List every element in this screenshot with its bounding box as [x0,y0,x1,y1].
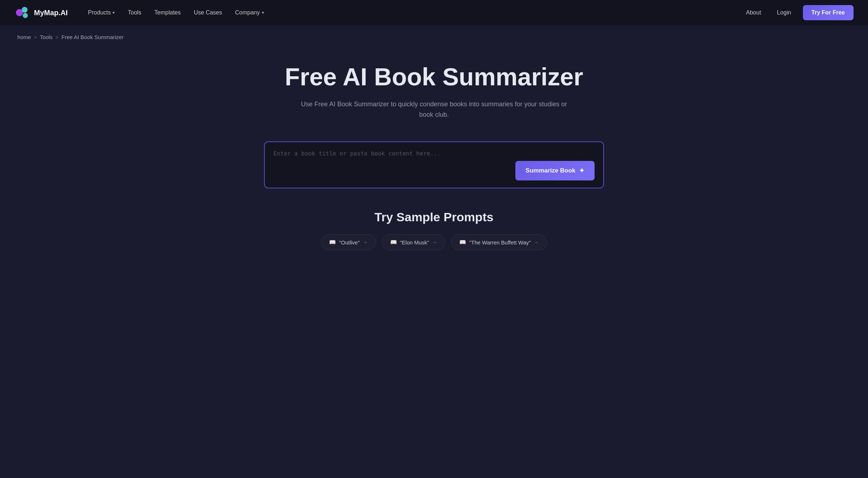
sample-prompts-list: 📖 "Outlive" → 📖 "Elon Musk" → 📖 "The War… [321,234,547,250]
nav-item-tools[interactable]: Tools [122,7,147,19]
nav-item-templates[interactable]: Templates [149,7,187,19]
arrow-icon-3: → [534,239,539,245]
nav-tools-label: Tools [128,9,141,16]
nav-templates-label: Templates [154,9,181,16]
book-emoji-2: 📖 [390,239,397,246]
breadcrumb: home > Tools > Free AI Book Summarizer [0,25,868,49]
arrow-icon-1: → [363,239,368,245]
svg-point-1 [22,7,27,13]
sparkle-icon: ✦ [579,167,584,175]
logo-text: MyMap.AI [34,9,68,17]
summarize-book-button[interactable]: Summarize Book ✦ [515,161,595,180]
nav-right: About Login Try For Free [742,5,854,20]
nav-products-label: Products [88,9,111,16]
nav-links: Products ▾ Tools Templates Use Cases Com… [82,7,741,19]
logo-icon [14,5,30,21]
sample-prompt-elon-musk[interactable]: 📖 "Elon Musk" → [382,234,446,250]
breadcrumb-home[interactable]: home [17,34,31,40]
book-text-input[interactable] [273,149,510,178]
main-content: Free AI Book Summarizer Use Free AI Book… [0,49,868,272]
nav-item-products[interactable]: Products ▾ [82,7,120,19]
sample-prompt-warren-buffett[interactable]: 📖 "The Warren Buffett Way" → [451,234,547,250]
arrow-icon-2: → [432,239,437,245]
sample-prompt-outlive[interactable]: 📖 "Outlive" → [321,234,376,250]
book-emoji-3: 📖 [459,239,466,246]
book-emoji-1: 📖 [329,239,336,246]
page-subtitle: Use Free AI Book Summarizer to quickly c… [300,99,568,120]
sample-prompts-section: Try Sample Prompts 📖 "Outlive" → 📖 "Elon… [7,210,861,250]
nav-login-link[interactable]: Login [773,7,795,19]
nav-about-link[interactable]: About [742,7,766,19]
breadcrumb-sep-1: > [34,34,37,40]
nav-item-use-cases[interactable]: Use Cases [188,7,228,19]
sample-prompt-elon-musk-label: "Elon Musk" [400,239,429,246]
breadcrumb-tools[interactable]: Tools [40,34,52,40]
chevron-down-icon: ▾ [112,10,115,15]
nav-company-label: Company [235,9,260,16]
sample-prompt-outlive-label: "Outlive" [339,239,359,246]
breadcrumb-sep-2: > [55,34,59,40]
book-input-container: Summarize Book ✦ [264,141,604,188]
chevron-down-icon-2: ▾ [262,10,264,15]
sample-prompts-title: Try Sample Prompts [375,210,494,224]
nav-use-cases-label: Use Cases [194,9,222,16]
breadcrumb-current-page: Free AI Book Summarizer [61,34,124,40]
sample-prompt-warren-buffett-label: "The Warren Buffett Way" [469,239,531,246]
svg-point-2 [23,13,28,18]
navbar: MyMap.AI Products ▾ Tools Templates Use … [0,0,868,25]
nav-item-company[interactable]: Company ▾ [229,7,269,19]
summarize-button-label: Summarize Book [526,167,575,174]
try-for-free-button[interactable]: Try For Free [803,5,854,20]
logo-link[interactable]: MyMap.AI [14,5,68,21]
page-title: Free AI Book Summarizer [285,63,583,90]
